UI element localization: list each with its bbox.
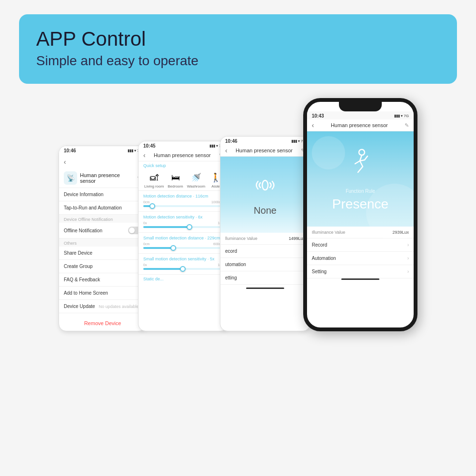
slider2-range: 0x 10x (143, 221, 223, 225)
phone1-header: ‹ (59, 154, 146, 169)
slider-motion-sensitivity: Motion detection sensitivity · 6x 0x 10x (139, 212, 228, 233)
slider4-min: 0x (143, 263, 147, 267)
function-rule-label: Function Rule (346, 188, 375, 194)
quick-setup-label: Quick setup (139, 161, 228, 169)
section-others: Others (59, 238, 146, 247)
automation-label-4: Automation (312, 256, 336, 261)
menu-device-info-label: Device Information (64, 192, 103, 197)
chevron-record-4: › (407, 242, 409, 248)
edit-btn-4[interactable]: ✎ (405, 122, 409, 129)
illuminance-label-3: lluminance Value (225, 236, 258, 241)
automation-item-3[interactable]: utomation › (220, 258, 310, 271)
phone2-header-title: Human presence sensor (146, 152, 219, 158)
notch (339, 102, 382, 111)
slider-motion-distance: Motion detection distance · 116cm 0cm 10… (139, 191, 228, 212)
record-item-3[interactable]: ecord › (220, 245, 310, 258)
slider2-track[interactable] (143, 226, 223, 228)
device-icon: 📡 (64, 171, 77, 185)
bubble-2 (312, 136, 345, 169)
room-bedroom[interactable]: 🛏 Bedroom (168, 172, 183, 188)
room-washroom[interactable]: 🚿 Washroom (187, 172, 205, 188)
bedroom-icon: 🛏 (169, 172, 182, 183)
setting-label-4: Setting (312, 269, 327, 274)
home-indicator-4 (341, 278, 379, 280)
chevron-setting-4: › (407, 269, 409, 274)
menu-tap-to-run[interactable]: Tap-to-Run and Automation › (59, 201, 146, 215)
slider1-thumb[interactable] (149, 203, 155, 209)
setting-item-4[interactable]: Setting › (307, 265, 414, 278)
illuminance-value-3: 1499Lux (288, 236, 305, 241)
menu-create-group[interactable]: Create Group › (59, 260, 146, 273)
phone3-time: 10:46 (225, 139, 238, 144)
automation-item-4[interactable]: Automation › (307, 252, 414, 265)
phone-settings: 10:46 ▮▮▮ ▾ 76 ‹ 📡 Human presence sensor… (59, 146, 147, 331)
slider2-min: 0x (143, 221, 147, 225)
phone4-icons: ▮▮▮ ▾ 7G (394, 114, 409, 118)
create-group-label: Create Group (64, 264, 93, 269)
add-home-label: Add to Home Screen (64, 290, 108, 296)
bedroom-label: Bedroom (168, 184, 183, 188)
menu-device-info[interactable]: Device Information › (59, 188, 146, 201)
phone-quick-setup: 10:45 ▮▮▮ ▾ 76 ‹ Human presence sensor ✎… (138, 141, 228, 331)
slider2-thumb[interactable] (187, 224, 192, 230)
svg-point-0 (262, 180, 268, 190)
phone2-time: 10:45 (143, 143, 156, 149)
slider3-range: 0cm 600cm (143, 242, 223, 246)
device-row: 📡 Human presence sensor ✎ (59, 169, 146, 188)
remove-device-btn[interactable]: Remove Device (59, 316, 146, 331)
slider3-min: 0cm (143, 242, 149, 246)
phone4-status-bar: 10:43 ▮▮▮ ▾ 7G (307, 111, 414, 119)
back-icon[interactable]: ‹ (64, 158, 66, 166)
slider3-thumb[interactable] (170, 245, 176, 251)
update-label: Device Update (64, 304, 95, 309)
menu-share-device[interactable]: Share Device › (59, 247, 146, 260)
share-label: Share Device (64, 250, 92, 256)
illuminance-label-4: Illuminance Value (312, 230, 345, 235)
slider3-fill (143, 247, 174, 249)
home-indicator-3 (246, 288, 284, 289)
bubble-1 (366, 184, 417, 241)
slider2-fill (143, 226, 189, 228)
aisle-label: Aisle (211, 184, 219, 188)
room-icons-row: 🛋 Living room 🛏 Bedroom 🚿 Washroom 🚶 Ais… (139, 169, 228, 191)
phone3-status-bar: 10:46 ▮▮▮ ▾ 76 (220, 137, 310, 145)
menu-device-update[interactable]: Device Update No updates available › (59, 300, 146, 313)
presence-modern-top: Function Rule Presence (307, 131, 414, 227)
slider3-track[interactable] (143, 247, 223, 249)
setting-label-3: etting (225, 275, 237, 280)
slider4-track[interactable] (143, 268, 223, 270)
app-control-banner: APP Control Simple and easy to operate (19, 14, 457, 84)
automation-label-3: utomation (225, 262, 246, 267)
section-offline: Device Offline Notification (59, 215, 146, 223)
toggle-knob (129, 228, 135, 233)
washroom-label: Washroom (187, 184, 205, 188)
illuminance-row-3: lluminance Value 1499Lux (220, 233, 310, 245)
faq-label: FAQ & Feedback (64, 277, 100, 282)
setting-item-3[interactable]: etting › (220, 271, 310, 285)
presence-run-icon (344, 147, 377, 186)
menu-tap-label: Tap-to-Run and Automation (64, 205, 122, 210)
phone2-header: ‹ Human presence sensor ✎ (139, 149, 228, 161)
menu-add-home[interactable]: Add to Home Screen › (59, 287, 146, 300)
slider4-title: Small motion detection sensitivity · 5x (143, 257, 223, 261)
presence-top-area: None (220, 157, 310, 233)
phone-presence-none: 10:46 ▮▮▮ ▾ 76 ‹ Human presence sensor ✎ (220, 136, 310, 331)
washroom-icon: 🚿 (189, 172, 203, 183)
slider4-thumb[interactable] (180, 266, 186, 272)
slider1-track[interactable] (143, 205, 223, 207)
device-name: Human presence sensor (80, 172, 134, 184)
phone2-status-bar: 10:45 ▮▮▮ ▾ 76 (139, 141, 228, 149)
update-right: No updates available › (99, 304, 141, 309)
phone1-status-bar: 10:46 ▮▮▮ ▾ 76 (59, 146, 146, 154)
phone3-header: ‹ Human presence sensor ✎ (220, 145, 310, 157)
static-label: Static de... (139, 275, 228, 283)
living-room-label: Living room (144, 184, 164, 188)
menu-faq[interactable]: FAQ & Feedback › (59, 273, 146, 287)
phone4-time: 10:43 (312, 113, 324, 119)
slider1-title: Motion detection distance · 116cm (143, 194, 223, 198)
living-room-icon: 🛋 (148, 172, 161, 183)
slider4-fill (143, 268, 183, 270)
menu-offline-notification[interactable]: Offline Notification (59, 223, 146, 238)
svg-point-1 (359, 149, 365, 155)
room-living[interactable]: 🛋 Living room (144, 172, 164, 188)
